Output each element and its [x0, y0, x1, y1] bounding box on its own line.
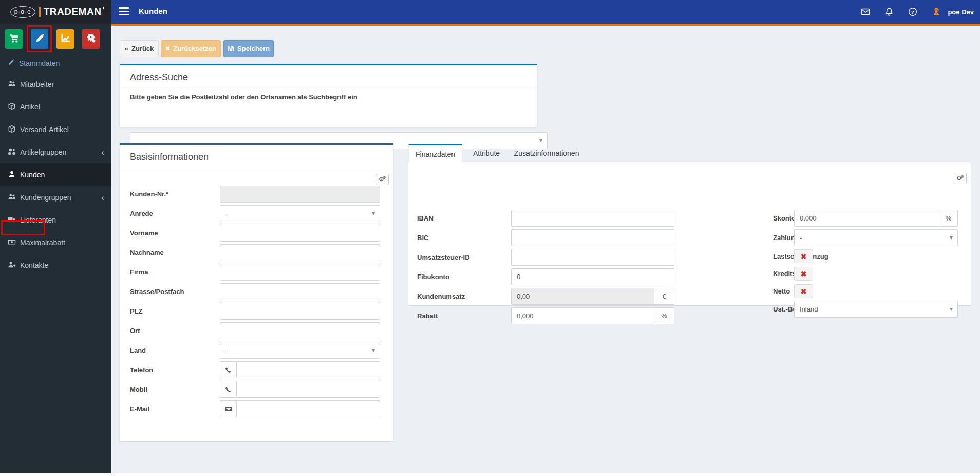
svg-text:?: ? [912, 9, 915, 15]
sidebar-item-artikelgruppen[interactable]: Artikelgruppen ‹ [0, 141, 111, 163]
field-label: Netto [773, 284, 790, 298]
tab-label: Zusatzinformationen [514, 149, 579, 157]
main-content: « Zurück ✖ Zurücksetzen Speichern Adress… [111, 26, 980, 473]
form-row-lastschrifteinzug: Lastschrifteinzug ✖ [408, 249, 971, 263]
menu-label: Maximalrabatt [20, 239, 65, 247]
email-input[interactable] [236, 400, 380, 417]
detail-tabs: Finanzdaten Attribute Zusatzinformatione… [408, 144, 582, 162]
shopping-cart-icon [10, 34, 18, 44]
netto-toggle-button[interactable]: ✖ [794, 284, 813, 298]
logo-separator [39, 7, 41, 17]
sidebar-section-stammdaten[interactable]: Stammdaten [0, 53, 111, 73]
panel-settings-button[interactable]: ⚙⚙ [376, 174, 389, 185]
tab-label: Attribute [473, 149, 500, 157]
cogs-icon-small: ⚙ [960, 175, 964, 179]
top-navbar: Kunden ? poe Dev [111, 0, 980, 26]
field-label: Skonto [773, 210, 796, 227]
panel-settings-button[interactable]: ⚙⚙ [954, 173, 967, 184]
sidebar-item-maximalrabatt[interactable]: Maximalrabatt [0, 231, 111, 254]
back-label: Zurück [131, 45, 154, 52]
caret-down-icon: ▾ [950, 301, 953, 317]
skonto-input[interactable] [794, 210, 939, 227]
form-row-zahlungsziel: Zahlungsziel - ▾ [408, 229, 971, 246]
field-label: E-Mail [130, 400, 149, 417]
field-label: Mobil [130, 381, 147, 398]
caret-down-icon: ▾ [372, 206, 375, 222]
phone-icon [220, 381, 236, 398]
address-search-panel: Adress-Suche Bitte geben Sie die Postlei… [120, 64, 537, 127]
percent-unit-addon: % [939, 210, 958, 227]
ort-input[interactable] [220, 322, 380, 339]
cube-icon [8, 125, 20, 135]
reset-label: Zurücksetzen [173, 45, 216, 52]
mobil-input[interactable] [236, 381, 380, 398]
form-row-anrede: Anrede - ▾ [120, 205, 393, 222]
chevron-left-icon: ‹ [101, 148, 104, 157]
anrede-select[interactable]: - ▾ [220, 205, 380, 222]
cogs-icon-small: ⚙ [383, 176, 386, 180]
mail-icon[interactable] [860, 7, 871, 17]
sidebar-item-kontakte[interactable]: Kontakte [0, 254, 111, 277]
truck-icon [8, 215, 20, 225]
lastschrifteinzug-toggle-button[interactable]: ✖ [794, 249, 813, 263]
sidebar-item-mitarbeiter[interactable]: Mitarbeiter [0, 73, 111, 96]
tab-zusatzinformationen[interactable]: Zusatzinformationen [511, 144, 582, 162]
menu-label: Kontakte [20, 261, 48, 269]
pencil-icon [35, 34, 44, 44]
vorname-input[interactable] [220, 225, 380, 242]
tab-label: Finanzdaten [416, 150, 455, 158]
sidebar-item-lieferanten[interactable]: Lieferanten [0, 209, 111, 231]
logo-poe-mark: p·o·e [10, 6, 35, 18]
form-row-mobil: Mobil [120, 381, 393, 398]
field-label: Vorname [130, 225, 158, 242]
sidebar-item-artikel[interactable]: Artikel [0, 96, 111, 118]
floppy-disk-icon [228, 45, 234, 52]
zahlungsziel-select[interactable]: - ▾ [794, 229, 958, 246]
phone-icon [220, 361, 236, 378]
edit-button[interactable] [31, 29, 48, 49]
logo: p·o·e TRADEMAN [0, 0, 111, 24]
telefon-input[interactable] [236, 361, 380, 378]
sidebar-item-kundengruppen[interactable]: Kundengruppen ‹ [0, 186, 111, 209]
statistics-button[interactable] [56, 29, 74, 49]
address-search-hint: Bitte geben Sie die Postleitzahl oder de… [130, 93, 357, 101]
sidebar-item-versand-artikel[interactable]: Versand-Artikel [0, 118, 111, 141]
menu-label: Kundengruppen [20, 193, 71, 202]
land-select[interactable]: - ▾ [220, 342, 380, 359]
caret-down-icon: ▾ [372, 342, 375, 358]
bell-icon[interactable] [884, 7, 894, 17]
caret-down-icon: ▾ [950, 230, 953, 246]
double-left-arrow-icon: « [125, 45, 128, 52]
plz-input[interactable] [220, 303, 380, 320]
field-label: Strasse/Postfach [130, 283, 184, 300]
kundennr-input [220, 186, 380, 203]
kreditsperre-toggle-button[interactable]: ✖ [794, 267, 813, 281]
form-row-plz: PLZ [120, 303, 393, 320]
field-label: PLZ [130, 303, 143, 320]
user-menu[interactable]: poe Dev [931, 7, 974, 17]
nachname-input[interactable] [220, 244, 380, 261]
selected-value: - [800, 230, 802, 246]
tab-attribute[interactable]: Attribute [466, 144, 506, 162]
cart-button[interactable] [5, 29, 23, 49]
hamburger-menu-icon[interactable] [119, 7, 130, 16]
x-icon: ✖ [801, 270, 807, 278]
menu-label: Lieferanten [20, 216, 56, 224]
page-title: Kunden [139, 7, 167, 15]
strasse-input[interactable] [220, 283, 380, 300]
finanzdaten-panel: ⚙⚙ IBAN BIC Umsatzsteuer-ID Fibukonto Ku… [408, 162, 971, 305]
form-row-netto: Netto ✖ [408, 284, 971, 298]
back-button[interactable]: « Zurück [120, 40, 159, 57]
users-icon [8, 80, 20, 89]
line-chart-icon [61, 34, 70, 44]
ust-behandlung-select[interactable]: Inland ▾ [794, 301, 958, 318]
sidebar-item-kunden[interactable]: Kunden [0, 163, 111, 186]
tab-finanzdaten[interactable]: Finanzdaten [408, 144, 462, 162]
settings-button[interactable] [82, 29, 100, 49]
reset-button[interactable]: ✖ Zurücksetzen [161, 40, 221, 57]
app-root: p·o·e TRADEMAN [0, 0, 980, 476]
field-label: Ort [130, 322, 140, 339]
save-button[interactable]: Speichern [223, 40, 274, 57]
firma-input[interactable] [220, 264, 380, 281]
help-icon[interactable]: ? [908, 7, 918, 17]
